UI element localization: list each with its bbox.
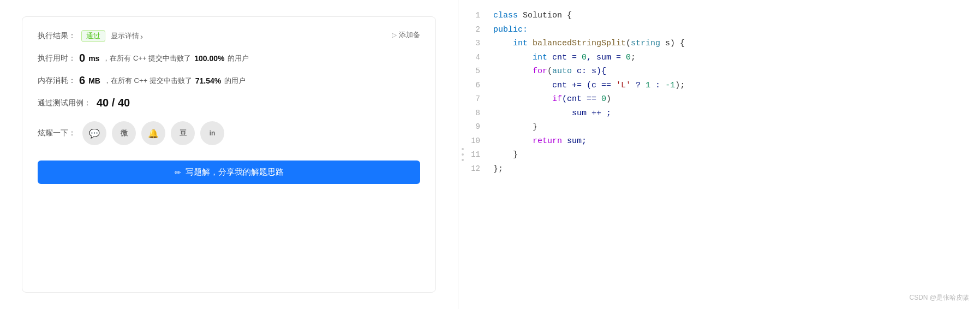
code-line: 9 } (467, 120, 980, 134)
time-percent: 100.00% (194, 54, 224, 63)
code-line: 4 int cnt = 0, sum = 0; (467, 51, 980, 65)
time-suffix: 的用户 (228, 54, 249, 63)
line-content: return sum; (493, 134, 969, 148)
code-line: 2public: (467, 23, 980, 37)
line-content: class Solution { (493, 9, 969, 23)
social-icons: 💬 微 🔔 豆 in (82, 121, 224, 145)
mem-desc: ，在所有 C++ 提交中击败了 (104, 76, 192, 86)
line-number: 9 (467, 121, 493, 134)
dot-1 (462, 148, 464, 150)
watermark: CSDN @是张哈皮嗾 (909, 293, 969, 302)
code-line: 12}; (467, 162, 980, 176)
code-line: 6 cnt += (c == 'L' ? 1 : -1); (467, 79, 980, 93)
code-line: 7 if(cnt == 0) (467, 92, 980, 106)
result-row-time: 执行用时： 0 ms ，在所有 C++ 提交中击败了 100.00% 的用户 (38, 52, 420, 64)
line-number: 11 (467, 148, 493, 162)
right-panel: 1class Solution {2public:3 int balancedS… (467, 0, 980, 309)
mem-suffix: 的用户 (224, 76, 246, 86)
result-label: 执行结果： (38, 31, 76, 41)
line-content: } (493, 120, 969, 134)
mem-value: 6 (79, 74, 85, 87)
test-count: 40 / 40 (97, 97, 130, 109)
line-content: sum ++ ; (493, 106, 969, 121)
code-line: 10 return sum; (467, 134, 980, 148)
line-content: }; (493, 162, 969, 176)
time-desc: ，在所有 C++ 提交中击败了 (103, 54, 191, 63)
write-solution-button[interactable]: 写题解，分享我的解题思路 (38, 161, 420, 184)
line-content: cnt += (c == 'L' ? 1 : -1); (493, 79, 969, 93)
code-line: 11 } (467, 148, 980, 162)
dot-3 (462, 159, 464, 161)
line-number: 8 (467, 107, 493, 120)
code-line: 5 for(auto c: s){ (467, 64, 980, 79)
douban-button[interactable]: 豆 (171, 121, 195, 145)
code-line: 1class Solution { (467, 9, 980, 23)
result-card: 执行结果： 通过 显示详情 添加备 执行用时： 0 ms ，在所有 C++ 提交… (22, 16, 436, 293)
test-label: 通过测试用例： (38, 98, 91, 108)
line-content: } (493, 148, 969, 162)
center-divider (458, 0, 467, 309)
line-number: 12 (467, 163, 493, 176)
weibo-button[interactable]: 微 (112, 121, 136, 145)
line-number: 7 (467, 93, 493, 106)
add-note-button[interactable]: 添加备 (392, 30, 420, 40)
result-row-memory: 内存消耗： 6 MB ，在所有 C++ 提交中击败了 71.54% 的用户 (38, 74, 420, 87)
code-line: 8 sum ++ ; (467, 106, 980, 121)
time-label: 执行用时： (38, 54, 76, 63)
mem-label: 内存消耗： (38, 76, 76, 86)
share-label: 炫耀一下： (38, 128, 76, 138)
bell-button[interactable]: 🔔 (141, 121, 165, 145)
time-value: 0 (79, 52, 85, 64)
code-container: 1class Solution {2public:3 int balancedS… (467, 0, 980, 185)
wechat-button[interactable]: 💬 (82, 121, 106, 145)
line-number: 10 (467, 135, 493, 148)
line-content: public: (493, 23, 969, 37)
dot-2 (462, 153, 464, 156)
time-unit: ms (88, 54, 99, 63)
result-row-status: 执行结果： 通过 显示详情 添加备 (38, 30, 420, 42)
line-number: 4 (467, 51, 493, 64)
line-content: int balancedStringSplit(string s) { (493, 37, 969, 51)
line-number: 5 (467, 65, 493, 78)
pass-badge: 通过 (81, 30, 105, 42)
linkedin-button[interactable]: in (200, 121, 224, 145)
mem-percent: 71.54% (195, 76, 221, 85)
left-panel: 执行结果： 通过 显示详情 添加备 执行用时： 0 ms ，在所有 C++ 提交… (0, 0, 458, 309)
show-detail-link[interactable]: 显示详情 (111, 31, 143, 41)
line-content: int cnt = 0, sum = 0; (493, 51, 969, 65)
line-number: 3 (467, 37, 493, 50)
line-number: 2 (467, 23, 493, 37)
line-content: if(cnt == 0) (493, 92, 969, 106)
result-row-tests: 通过测试用例： 40 / 40 (38, 97, 420, 109)
share-row: 炫耀一下： 💬 微 🔔 豆 in (38, 121, 420, 145)
line-number: 1 (467, 9, 493, 22)
line-number: 6 (467, 79, 493, 92)
mem-unit: MB (88, 76, 100, 85)
line-content: for(auto c: s){ (493, 64, 969, 79)
code-line: 3 int balancedStringSplit(string s) { (467, 37, 980, 51)
